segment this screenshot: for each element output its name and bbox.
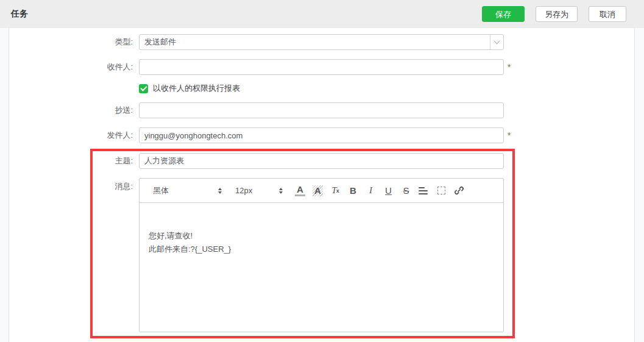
cancel-button[interactable]: 取消 [589,6,626,22]
type-row: 类型: 发送邮件 [10,34,504,50]
strikethrough-icon[interactable]: S [401,185,411,197]
type-select-value: 发送邮件 [140,37,490,48]
recipient-label: 收件人: [10,62,133,73]
message-label: 消息: [10,178,133,192]
font-family-value: 黑体 [153,185,169,196]
right-gutter [634,28,644,342]
sender-row: 发件人: * [10,127,511,143]
message-line: 此邮件来自:?{_USER_} [149,243,494,256]
subject-input[interactable] [139,153,504,169]
cc-row: 抄送: [10,102,504,118]
message-editor: 黑体 12px A A Tx B I U S [139,178,504,332]
message-line: 您好,请查收! [149,229,494,243]
page-title: 任务 [11,9,28,20]
up-down-arrows-icon [279,188,283,194]
header-buttons: 保存 另存为 取消 [482,6,626,22]
dashed-box-icon[interactable] [436,185,447,197]
permission-checkbox-row: 以收件人的权限执行报表 [10,84,240,93]
task-form-panel: 类型: 发送邮件 收件人: * 以收件人的权限执行报表 抄送: 发件人: * [10,28,634,342]
recipient-input[interactable] [139,59,504,75]
clear-format-icon[interactable]: Tx [330,185,341,197]
font-size-value: 12px [235,186,252,195]
subject-row: 主题: [10,153,504,169]
recipient-required-asterisk: * [508,59,511,75]
font-color-icon[interactable]: A [295,185,305,196]
sender-input[interactable] [139,127,504,143]
highlight-color-icon[interactable]: A [313,185,323,196]
type-select[interactable]: 发送邮件 [139,34,504,50]
italic-icon[interactable]: I [366,185,376,197]
cc-label: 抄送: [10,105,133,116]
recipient-row: 收件人: * [10,59,511,75]
font-family-select[interactable]: 黑体 [153,185,222,196]
subject-label: 主题: [10,155,133,166]
permission-checkbox-label: 以收件人的权限执行报表 [153,83,240,94]
chevron-down-icon [494,38,500,45]
header-bar: 任务 保存 另存为 取消 [0,0,644,28]
permission-checkbox[interactable] [139,84,148,93]
font-size-select[interactable]: 12px [235,186,283,195]
cc-input[interactable] [139,102,504,118]
editor-toolbar: 黑体 12px A A Tx B I U S [140,179,503,203]
message-body[interactable]: 您好,请查收! 此邮件来自:?{_USER_} [140,203,503,332]
type-select-dropdown-button[interactable] [490,35,503,49]
sender-label: 发件人: [10,130,133,141]
align-icon[interactable] [419,185,429,197]
message-row: 消息: [10,178,133,192]
save-as-button[interactable]: 另存为 [536,6,578,22]
type-label: 类型: [10,37,133,48]
sender-required-asterisk: * [508,127,511,143]
underline-icon[interactable]: U [383,185,394,197]
bold-icon[interactable]: B [348,185,358,197]
save-button[interactable]: 保存 [482,6,525,22]
left-gutter [0,28,9,342]
format-buttons: A A Tx B I U S [295,185,464,197]
link-icon[interactable] [454,185,464,197]
up-down-arrows-icon [218,188,222,194]
